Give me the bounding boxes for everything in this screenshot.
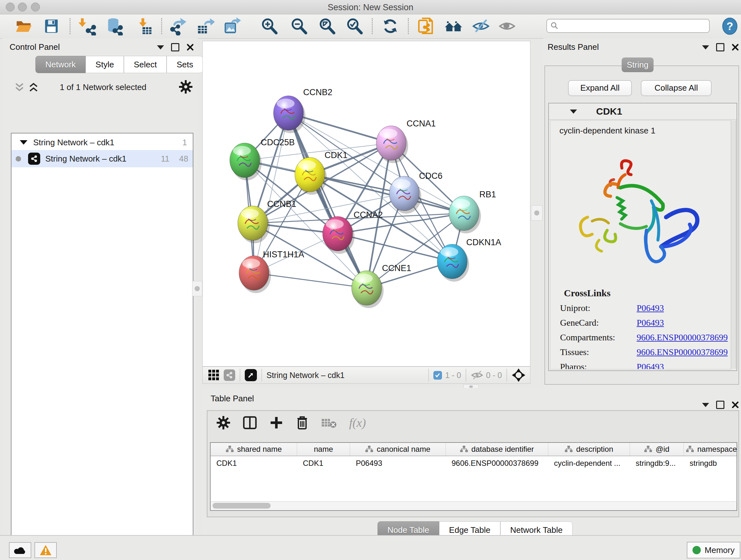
network-node-CDC6[interactable]	[389, 176, 421, 213]
table-cell[interactable]: CDK1	[211, 456, 297, 470]
open-session-in-browser-icon[interactable]	[416, 17, 435, 36]
network-node-CDK1[interactable]	[295, 158, 327, 195]
tab-string[interactable]: String	[622, 57, 654, 72]
network-collection-row[interactable]: String Network – cdk1 1	[11, 133, 193, 150]
splitter-handle-left[interactable]	[192, 281, 202, 296]
column-header-database-identifier[interactable]: database identifier	[446, 443, 548, 455]
network-row-label: String Network – cdk1	[45, 154, 126, 164]
panel-menu-icon[interactable]	[157, 45, 164, 50]
cloud-status-button[interactable]	[9, 542, 31, 558]
panel-float-icon[interactable]	[716, 401, 724, 409]
node-label-CCNA2: CCNA2	[354, 210, 383, 220]
network-node-CCNB2[interactable]	[273, 96, 306, 133]
column-header-description[interactable]: description	[548, 443, 630, 455]
results-scrollbar[interactable]	[731, 120, 736, 369]
delete-column-icon[interactable]	[295, 415, 309, 430]
network-node-CDKN1A[interactable]	[437, 244, 469, 282]
import-table-icon[interactable]	[135, 17, 153, 36]
network-node-RB1[interactable]	[449, 196, 481, 233]
table-settings-gear-icon[interactable]	[216, 416, 230, 430]
grid-view-icon[interactable]	[208, 369, 220, 381]
show-hide-icon[interactable]	[472, 17, 490, 36]
collapse-all-icon[interactable]	[14, 82, 25, 93]
tab-style[interactable]: Style	[85, 56, 124, 73]
tab-select[interactable]: Select	[124, 56, 166, 73]
expand-all-button[interactable]: Expand All	[568, 80, 632, 96]
string-view-icon[interactable]	[224, 369, 235, 381]
crosslink-link[interactable]: P06493	[636, 362, 664, 369]
gear-icon[interactable]	[179, 80, 193, 94]
crosslink-link[interactable]: P06493	[636, 318, 664, 328]
import-network-database-icon[interactable]	[105, 17, 123, 36]
refresh-view-icon[interactable]	[381, 17, 400, 36]
save-session-icon[interactable]	[42, 17, 61, 36]
table-hscrollbar[interactable]	[210, 501, 737, 511]
network-node-CCNE1[interactable]	[352, 271, 384, 308]
network-node-CCNA2[interactable]	[323, 216, 354, 254]
panel-float-icon[interactable]	[171, 43, 179, 51]
export-network-icon[interactable]	[169, 17, 187, 36]
zoom-fit-icon[interactable]	[318, 17, 336, 36]
selected-counts: 1 - 0	[445, 371, 461, 380]
show-columns-icon[interactable]	[243, 415, 257, 430]
memory-button[interactable]: Memory	[687, 542, 740, 558]
column-header-namespace[interactable]: namespace	[684, 443, 737, 455]
network-node-HIST1H1A[interactable]	[239, 256, 271, 293]
column-header-shared-name[interactable]: shared name	[211, 443, 297, 455]
expand-all-icon[interactable]	[28, 82, 39, 93]
panel-float-icon[interactable]	[716, 43, 724, 51]
network-edge[interactable]	[254, 113, 288, 273]
warning-status-button[interactable]	[35, 542, 57, 558]
collapse-all-button[interactable]: Collapse All	[641, 80, 712, 96]
zoom-in-icon[interactable]	[260, 17, 279, 36]
hidden-eye-icon[interactable]	[471, 370, 483, 380]
table-cell[interactable]: P06493	[350, 456, 446, 470]
table-cell[interactable]: stringdb	[684, 456, 737, 470]
return-home-icon[interactable]	[444, 17, 463, 36]
column-header-name[interactable]: name	[297, 443, 350, 455]
panel-close-icon[interactable]	[186, 44, 194, 51]
hscroll-thumb[interactable]	[212, 503, 271, 509]
panel-close-icon[interactable]	[731, 401, 739, 409]
splitter-handle-right[interactable]	[531, 205, 542, 221]
network-node-CCNB1[interactable]	[238, 206, 270, 243]
crosslink-link[interactable]: 9606.ENSP00000378699	[636, 347, 728, 357]
table-cell[interactable]: stringdb:9...	[630, 456, 684, 470]
create-column-icon[interactable]	[269, 416, 283, 430]
network-node-CCNA1[interactable]	[376, 126, 408, 163]
crosslink-link[interactable]: 9606.ENSP00000378699	[636, 332, 728, 343]
node-label-CCNB2: CCNB2	[303, 87, 333, 97]
birds-eye-toggle-icon[interactable]	[512, 368, 526, 382]
column-label: namespace	[697, 445, 737, 454]
network-canvas[interactable]: CCNB2CCNA1CDC25BCDK1CDC6RB1CCNB1CCNA2CDK…	[202, 41, 530, 367]
panel-close-icon[interactable]	[731, 44, 739, 51]
search-input[interactable]	[559, 21, 701, 30]
zoom-out-icon[interactable]	[290, 17, 308, 36]
collection-expand-icon[interactable]	[20, 140, 27, 145]
open-in-new-icon[interactable]	[245, 369, 257, 381]
export-table-icon[interactable]	[196, 17, 214, 36]
network-node-CDC25B[interactable]	[230, 143, 262, 180]
gene-section-header[interactable]: CDK1	[549, 104, 737, 120]
network-edge[interactable]	[288, 113, 367, 288]
open-session-icon[interactable]	[14, 17, 33, 36]
network-row[interactable]: String Network – cdk1 11 48	[11, 150, 193, 167]
panel-menu-icon[interactable]	[702, 403, 709, 407]
column-header-canonical-name[interactable]: canonical name	[350, 443, 446, 455]
table-cell[interactable]: 9606.ENSP00000378699	[446, 456, 548, 470]
table-cell[interactable]: CDK1	[297, 456, 350, 470]
crosslink-link[interactable]: P06493	[636, 303, 664, 313]
import-network-file-icon[interactable]	[78, 17, 96, 36]
table-cell[interactable]: cyclin-dependent ...	[548, 456, 630, 470]
zoom-selected-icon[interactable]	[345, 17, 364, 36]
section-collapse-icon[interactable]	[570, 110, 577, 114]
tab-network[interactable]: Network	[36, 56, 85, 73]
string-results-box: Expand All Collapse All CDK1 cyclin-depe…	[544, 65, 739, 385]
tab-sets[interactable]: Sets	[166, 56, 203, 73]
help-icon[interactable]: ?	[721, 17, 739, 36]
column-header-@id[interactable]: @id	[630, 443, 684, 455]
panel-menu-icon[interactable]	[702, 45, 709, 50]
collection-count: 1	[183, 138, 187, 147]
export-image-icon[interactable]	[222, 17, 241, 36]
selected-checkbox[interactable]	[433, 371, 442, 380]
